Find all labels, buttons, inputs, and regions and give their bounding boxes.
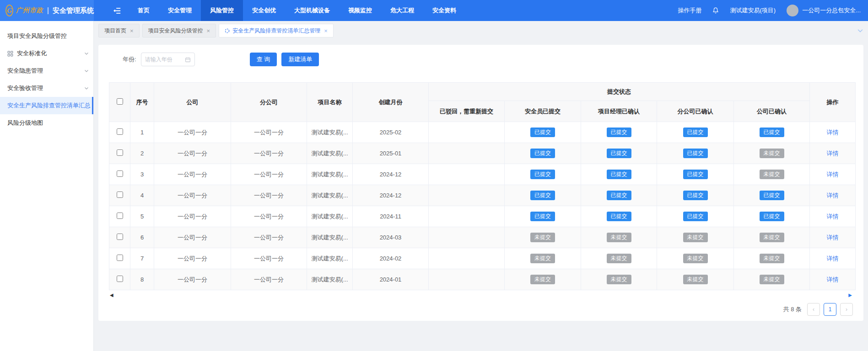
next-page-button[interactable]: › xyxy=(840,303,853,316)
status-badge: 未提交 xyxy=(760,233,784,243)
topnav-item[interactable]: 安全资料 xyxy=(423,0,465,21)
cell-branch: 一公司一分 xyxy=(231,122,307,143)
cell-month: 2024-11 xyxy=(353,206,429,227)
scroll-right-icon[interactable]: ▶ xyxy=(848,292,852,298)
page-1-button[interactable]: 1 xyxy=(824,303,836,316)
search-button[interactable]: 查 询 xyxy=(250,53,277,66)
scroll-left-icon[interactable]: ◀ xyxy=(110,292,113,298)
table-row: 5一公司一分一公司一分测试建安易(...2024-11已提交已提交已提交已提交详… xyxy=(109,206,856,227)
topnav-item[interactable]: 安全创优 xyxy=(243,0,285,21)
cell-seq: 2 xyxy=(130,143,154,164)
topnav-item[interactable]: 安全管理 xyxy=(159,0,201,21)
cell-branch: 一公司一分 xyxy=(231,227,307,248)
table-row: 3一公司一分一公司一分测试建安易(...2024-12已提交已提交已提交未提交详… xyxy=(109,164,856,185)
cell-seq: 1 xyxy=(130,122,154,143)
detail-link[interactable]: 详情 xyxy=(827,129,839,136)
topnav-item[interactable]: 视频监控 xyxy=(339,0,381,21)
select-all-checkbox[interactable] xyxy=(117,98,123,105)
cell-month: 2024-03 xyxy=(353,227,429,248)
manual-link[interactable]: 操作手册 xyxy=(678,6,701,15)
avatar xyxy=(787,5,798,16)
tab[interactable]: 项目安全风险分级管控× xyxy=(142,24,216,37)
grid-icon xyxy=(7,51,13,57)
user-menu[interactable]: 一公司一分总包安全... xyxy=(787,5,861,16)
cell-status xyxy=(429,206,505,227)
top-navigation: 首页安全管理风险管控安全创优大型机械设备视频监控危大工程安全资料 xyxy=(106,0,465,21)
year-input[interactable] xyxy=(145,56,185,63)
row-checkbox[interactable] xyxy=(117,170,123,177)
cell-status: 已提交 xyxy=(505,164,581,185)
cell-project: 测试建安易(... xyxy=(307,206,353,227)
row-checkbox[interactable] xyxy=(117,276,123,282)
select-all-cell xyxy=(109,83,130,122)
cell-status: 已提交 xyxy=(657,122,734,143)
cell-company: 一公司一分 xyxy=(154,185,231,206)
cell-status: 已提交 xyxy=(581,143,657,164)
close-icon[interactable]: × xyxy=(207,28,210,34)
sidebar-item[interactable]: 安全标准化 xyxy=(0,45,93,62)
row-checkbox[interactable] xyxy=(117,128,123,135)
topnav-item[interactable]: 大型机械设备 xyxy=(285,0,339,21)
status-badge: 未提交 xyxy=(760,170,784,180)
cell-status: 已提交 xyxy=(505,143,581,164)
detail-link[interactable]: 详情 xyxy=(827,234,839,241)
status-badge: 已提交 xyxy=(683,191,708,201)
cell-status: 未提交 xyxy=(581,248,657,269)
sidebar: 项目安全风险分级管控安全标准化安全隐患管理安全验收管理安全生产风险排查管控清单汇… xyxy=(0,21,94,351)
cell-status: 已提交 xyxy=(581,164,657,185)
prev-page-button[interactable]: ‹ xyxy=(807,303,820,316)
topnav-item[interactable]: 危大工程 xyxy=(381,0,423,21)
cell-status: 未提交 xyxy=(657,248,734,269)
sidebar-item[interactable]: 安全验收管理 xyxy=(0,80,93,97)
tab-options-chevron-down-icon[interactable] xyxy=(857,27,863,34)
close-icon[interactable]: × xyxy=(324,28,328,34)
detail-link[interactable]: 详情 xyxy=(827,213,839,220)
cell-seq: 6 xyxy=(130,227,154,248)
sidebar-item-label: 风险分级地图 xyxy=(7,119,43,127)
collapse-menu-icon[interactable] xyxy=(106,0,129,21)
sidebar-item[interactable]: 风险分级地图 xyxy=(0,114,93,132)
cell-status: 未提交 xyxy=(505,248,581,269)
sidebar-item[interactable]: 安全生产风险排查管控清单汇总 xyxy=(0,97,93,114)
pagination: 共 8 条 ‹ 1 › xyxy=(109,303,853,316)
total-count: 共 8 条 xyxy=(783,305,802,314)
row-checkbox[interactable] xyxy=(117,234,123,240)
cell-action: 详情 xyxy=(810,269,856,290)
status-badge: 已提交 xyxy=(530,128,555,138)
cell-action: 详情 xyxy=(810,206,856,227)
cell-action: 详情 xyxy=(810,143,856,164)
logo-text: 广州市政 xyxy=(16,6,43,15)
detail-link[interactable]: 详情 xyxy=(827,192,839,199)
cell-status: 未提交 xyxy=(734,269,810,290)
detail-link[interactable]: 详情 xyxy=(827,150,839,157)
tab[interactable]: 项目首页× xyxy=(98,24,140,37)
sidebar-item-label: 安全标准化 xyxy=(17,49,47,58)
chevron-down-icon xyxy=(84,86,89,90)
sidebar-item[interactable]: 安全隐患管理 xyxy=(0,62,93,80)
status-badge: 未提交 xyxy=(760,254,784,264)
tab[interactable]: 安全生产风险排查管控清单汇总管理× xyxy=(219,24,334,37)
tab-bar: 项目首页×项目安全风险分级管控×安全生产风险排查管控清单汇总管理× xyxy=(94,21,868,40)
sidebar-item[interactable]: 项目安全风险分级管控 xyxy=(0,27,93,45)
row-checkbox[interactable] xyxy=(117,149,123,156)
bell-icon[interactable] xyxy=(712,7,719,14)
chevron-down-icon xyxy=(84,51,89,56)
project-selector[interactable]: 测试建安易(项目) xyxy=(730,6,776,15)
calendar-icon xyxy=(185,57,191,63)
detail-link[interactable]: 详情 xyxy=(827,171,839,178)
create-list-button[interactable]: 新建清单 xyxy=(281,53,319,66)
header-branch: 分公司 xyxy=(231,83,307,122)
topnav-item[interactable]: 风险管控 xyxy=(201,0,243,21)
cell-project: 测试建安易(... xyxy=(307,143,353,164)
row-checkbox[interactable] xyxy=(117,255,123,261)
row-checkbox[interactable] xyxy=(117,191,123,198)
status-badge: 已提交 xyxy=(530,170,555,180)
cell-status: 已提交 xyxy=(505,185,581,206)
close-icon[interactable]: × xyxy=(130,28,134,34)
detail-link[interactable]: 详情 xyxy=(827,255,839,262)
topnav-item[interactable]: 首页 xyxy=(129,0,159,21)
status-badge: 已提交 xyxy=(607,170,631,180)
row-checkbox[interactable] xyxy=(117,213,123,219)
year-input-wrap xyxy=(141,53,195,66)
detail-link[interactable]: 详情 xyxy=(827,276,839,283)
